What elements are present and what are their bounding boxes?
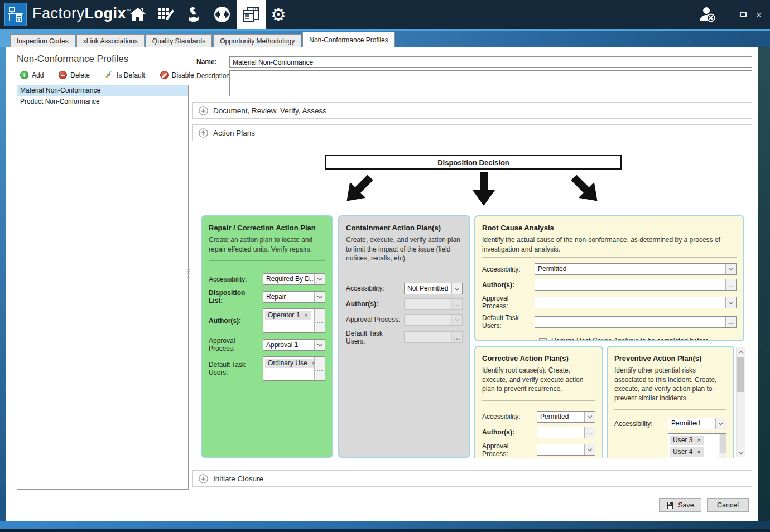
window-controls: – ×	[723, 0, 763, 29]
tab-xlink-associations[interactable]: xLink Associations	[76, 34, 145, 47]
panel-title: Preventive Action Plan(s)	[614, 354, 726, 362]
require-rca-checkbox[interactable]	[539, 338, 547, 341]
app-title: FactoryLogix™	[32, 5, 132, 22]
chevron-down-icon	[451, 315, 462, 325]
minimize-icon[interactable]: –	[723, 10, 732, 20]
profiles-list: Material Non-Conformance Product Non-Con…	[17, 85, 189, 490]
tab-inspection-codes[interactable]: Inspection Codes	[10, 34, 75, 47]
chevron-down-icon[interactable]	[584, 444, 595, 455]
task-user-chip: Ordinary Use×	[265, 359, 314, 368]
panel-splitter[interactable]	[187, 266, 190, 280]
description-input[interactable]	[229, 70, 752, 96]
ellipsis-button: …	[451, 332, 462, 342]
approval-process-dropdown[interactable]	[537, 444, 595, 456]
chevron-down-icon[interactable]	[314, 292, 325, 302]
save-button[interactable]: Save	[659, 498, 701, 512]
disable-icon	[160, 71, 169, 79]
is-default-button[interactable]: ✓ Is Default	[105, 71, 145, 79]
tab-non-conformance-profiles[interactable]: Non-Conformance Profiles	[302, 32, 394, 47]
chevron-down-icon[interactable]	[451, 283, 462, 294]
collapse-down-icon	[199, 474, 208, 483]
containment-panel: Containment Action Plan(s) Create, execu…	[338, 215, 470, 458]
accessibility-dropdown[interactable]: Permitted	[535, 263, 737, 275]
authors-chipbox[interactable]: …	[535, 279, 737, 291]
section-action-plans[interactable]: Action Plans	[192, 124, 752, 141]
ellipsis-button[interactable]: …	[314, 309, 325, 332]
panel-title: Root Cause Analysis	[482, 224, 737, 232]
close-icon[interactable]: ×	[754, 10, 763, 20]
chevron-down-icon[interactable]	[584, 412, 595, 422]
accessibility-dropdown[interactable]: Permitted	[537, 411, 595, 423]
preventive-panel: Preventive Action Plan(s) Identify other…	[607, 346, 734, 458]
disposition-list-label: Disposition List:	[209, 289, 263, 304]
authors-chipbox[interactable]: …	[537, 427, 595, 438]
chevron-down-icon[interactable]	[725, 264, 736, 274]
accessibility-label: Accessibility:	[482, 413, 537, 420]
name-input[interactable]	[229, 56, 752, 68]
profiles-toolbar: + Add − Delete ✓ Is Default Disable	[20, 71, 194, 79]
panel-title: Repair / Correction Action Plan	[209, 224, 325, 232]
list-item[interactable]: Material Non-Conformance	[17, 85, 188, 96]
authors-chipbox-disabled: …	[404, 298, 463, 310]
task-users-chipbox[interactable]: Ordinary Use× …	[263, 356, 325, 381]
scrollbar-thumb[interactable]	[737, 357, 744, 392]
scroll-down-icon[interactable]	[737, 448, 745, 457]
accessibility-dropdown[interactable]: Not Permitted	[404, 283, 463, 294]
accessibility-dropdown[interactable]: Required By D...	[263, 273, 325, 285]
remove-chip-icon[interactable]: ×	[697, 437, 700, 443]
user-account-icon[interactable]	[697, 4, 717, 27]
chevron-down-icon[interactable]	[314, 274, 325, 284]
panel-title: Corrective Action Plan(s)	[482, 354, 595, 362]
tab-quality-standards[interactable]: Quality Standards	[146, 34, 212, 47]
vertical-scrollbar[interactable]	[736, 347, 745, 457]
default-task-users-label: Default Task Users:	[209, 361, 263, 376]
ellipsis-button[interactable]: …	[584, 427, 595, 438]
users-chipbox[interactable]: User 3× User 4×	[668, 433, 726, 458]
list-item[interactable]: Product Non-Conformance	[17, 96, 188, 108]
section-document-review[interactable]: Document, Review, Verify, Assess	[192, 102, 752, 119]
section-initiate-closure[interactable]: Initiate Closure	[192, 470, 752, 487]
disable-button[interactable]: Disable	[160, 71, 194, 79]
ellipsis-button[interactable]: …	[314, 357, 325, 380]
approval-process-dropdown[interactable]: Approval 1	[263, 339, 325, 351]
user-chip: User 4×	[670, 447, 704, 457]
chevron-down-icon[interactable]	[314, 340, 325, 350]
author-chip: Operator 1×	[265, 311, 311, 320]
add-icon: +	[20, 71, 28, 79]
collapse-up-icon	[199, 128, 208, 138]
ellipsis-button[interactable]: …	[725, 279, 736, 290]
production-definitions-icon[interactable]	[152, 0, 180, 29]
chevron-down-icon[interactable]	[715, 418, 726, 429]
window-frame-bottom	[0, 521, 770, 532]
title-bar: FactoryLogix™	[0, 0, 770, 29]
accessibility-dropdown[interactable]: Permitted	[668, 418, 726, 429]
page-title: Non-Conformance Profiles	[17, 54, 128, 65]
cancel-button[interactable]: Cancel	[707, 498, 749, 512]
description-label: Description:	[196, 72, 232, 80]
authors-chipbox[interactable]: Operator 1× …	[263, 308, 325, 333]
remove-chip-icon[interactable]: ×	[304, 312, 307, 318]
materials-icon[interactable]	[180, 0, 208, 29]
accessibility-label: Accessibility:	[482, 265, 535, 273]
require-rca-label: Require Root Cause Analysis to be comple…	[551, 337, 737, 341]
quality-documents-icon[interactable]	[237, 0, 266, 29]
main-nav: ⚙	[124, 0, 291, 29]
ellipsis-button[interactable]: …	[725, 317, 736, 327]
add-button[interactable]: + Add	[20, 71, 44, 79]
home-icon[interactable]	[124, 0, 152, 29]
delete-button[interactable]: − Delete	[59, 71, 90, 79]
chevron-down-icon[interactable]	[725, 297, 736, 308]
tab-opportunity-methodology[interactable]: Opportunity Methodology	[213, 34, 301, 47]
transfer-icon[interactable]	[208, 0, 237, 29]
settings-gear-icon[interactable]: ⚙	[266, 0, 291, 29]
chipbox-scrollbar[interactable]	[719, 434, 726, 458]
disposition-list-dropdown[interactable]: Repair	[263, 291, 325, 303]
task-users-chipbox[interactable]: …	[535, 316, 737, 328]
maximize-icon[interactable]	[740, 12, 747, 17]
approval-process-label: Approval Process:	[482, 442, 537, 458]
user-chip: User 3×	[670, 436, 704, 445]
remove-chip-icon[interactable]: ×	[697, 448, 700, 455]
scroll-up-icon[interactable]	[737, 347, 745, 356]
approval-process-dropdown[interactable]	[535, 297, 737, 308]
delete-icon: −	[59, 71, 67, 79]
